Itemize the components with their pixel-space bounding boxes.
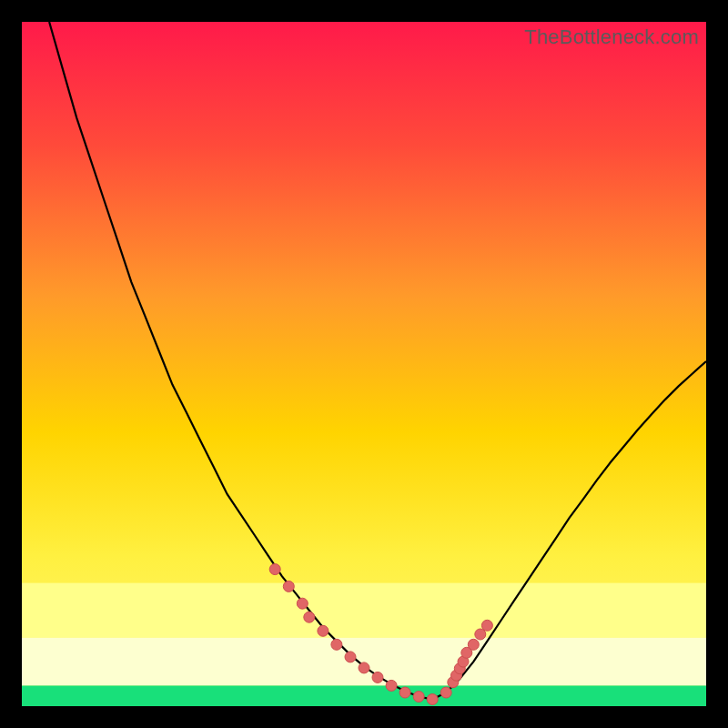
band-lower <box>22 583 706 638</box>
bottom-bands <box>22 583 706 706</box>
marker-point <box>269 564 280 575</box>
marker-point <box>427 694 438 705</box>
marker-point <box>399 687 410 698</box>
marker-point <box>359 662 369 673</box>
marker-point <box>386 680 397 691</box>
marker-point <box>345 652 356 662</box>
band-pale <box>22 638 706 686</box>
marker-point <box>304 612 315 622</box>
marker-point <box>481 620 492 631</box>
chart-frame: TheBottleneck.com <box>22 22 706 706</box>
watermark-text: TheBottleneck.com <box>524 25 699 49</box>
marker-point <box>283 581 294 592</box>
marker-point <box>372 672 383 682</box>
marker-point <box>440 687 451 698</box>
band-green <box>22 685 706 706</box>
chart-svg <box>22 22 706 706</box>
marker-point <box>468 639 479 650</box>
marker-point <box>331 639 342 650</box>
marker-point <box>318 625 329 636</box>
marker-point <box>297 598 308 609</box>
marker-point <box>413 692 424 703</box>
